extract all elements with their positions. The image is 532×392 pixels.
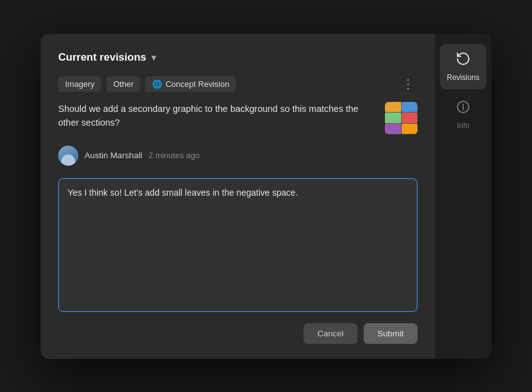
tag-imagery-label: Imagery [65, 79, 95, 89]
current-revisions-button[interactable]: Current revisions ▾ [58, 51, 156, 64]
avatar-inner [58, 146, 78, 166]
author-name: Austin Marshall [84, 151, 142, 160]
thumb-cell-2 [402, 102, 418, 113]
header-title: Current revisions [58, 51, 146, 64]
info-icon [456, 99, 471, 118]
thumb-cell-5 [385, 124, 401, 134]
main-panel: Current revisions ▾ Imagery Other 🌐 Conc… [41, 34, 435, 359]
thumb-cell-4 [402, 113, 418, 123]
avatar-silhouette [61, 154, 75, 166]
tag-imagery[interactable]: Imagery [58, 76, 101, 92]
tag-concept-revision[interactable]: 🌐 Concept Revision [145, 76, 236, 92]
sidebar-item-revisions[interactable]: Revisions [440, 44, 486, 89]
comment-thumbnail [385, 102, 417, 134]
tag-other-label: Other [113, 79, 134, 89]
sidebar-revisions-label: Revisions [447, 73, 479, 82]
thumb-cell-3 [385, 113, 401, 123]
globe-icon: 🌐 [152, 79, 162, 89]
thumb-cell-1 [385, 102, 401, 113]
thumb-cell-6 [402, 124, 418, 134]
sidebar-item-info[interactable]: Info [440, 92, 486, 138]
author-time: 2 minutes ago [148, 151, 200, 160]
submit-button[interactable]: Submit [364, 323, 417, 344]
footer-buttons: Cancel Submit [58, 323, 417, 344]
tag-other[interactable]: Other [106, 76, 141, 92]
header: Current revisions ▾ [58, 51, 417, 64]
avatar [58, 146, 78, 166]
cancel-button[interactable]: Cancel [304, 323, 357, 344]
revisions-icon [456, 51, 471, 70]
more-options-button[interactable]: ⋮ [399, 76, 417, 91]
app-container: Current revisions ▾ Imagery Other 🌐 Conc… [41, 34, 491, 359]
tags-row: Imagery Other 🌐 Concept Revision ⋮ [58, 76, 417, 92]
sidebar-info-label: Info [457, 121, 469, 130]
reply-textarea[interactable] [68, 186, 408, 226]
sidebar: Revisions Info [435, 34, 491, 359]
comment-text: Should we add a secondary graphic to the… [58, 102, 375, 130]
comment-content: Should we add a secondary graphic to the… [58, 102, 417, 134]
tag-concept-revision-label: Concept Revision [165, 79, 229, 89]
author-row: Austin Marshall 2 minutes ago [58, 146, 417, 166]
chevron-down-icon: ▾ [151, 53, 156, 63]
reply-box [58, 178, 417, 312]
